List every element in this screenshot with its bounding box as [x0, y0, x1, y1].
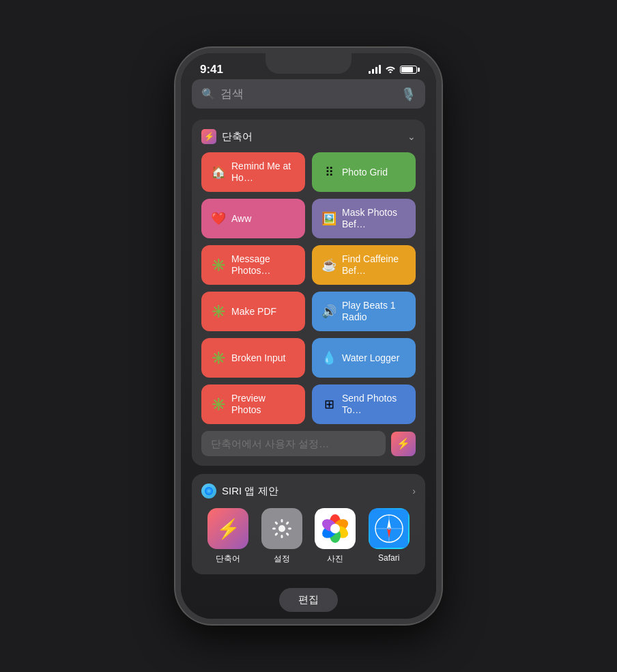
- shortcut-photo-grid[interactable]: ⠿ Photo Grid: [312, 152, 416, 192]
- user-config-row: ⚡: [201, 431, 416, 456]
- shortcut-play-beats[interactable]: 🔊 Play Beats 1 Radio: [312, 292, 416, 331]
- remind-me-label: Remind Me at Ho…: [231, 160, 296, 184]
- siri-settings-icon: [261, 508, 302, 549]
- shortcuts-grid: 🏠 Remind Me at Ho… ⠿ Photo Grid ❤️ Aww 🖼…: [201, 152, 416, 424]
- water-logger-label: Water Logger: [342, 352, 399, 364]
- mic-icon[interactable]: 🎙️: [401, 87, 416, 102]
- shortcut-send-photos[interactable]: ⊞ Send Photos To…: [312, 384, 416, 424]
- status-icons: [369, 64, 417, 75]
- search-placeholder: 검색: [220, 86, 395, 102]
- siri-app-shortcuts[interactable]: ⚡ 단축어: [207, 508, 248, 565]
- svg-rect-4: [288, 528, 291, 530]
- shortcuts-card-header: ⚡ 단축어 ⌄: [201, 129, 416, 144]
- siri-card-header: SIRI 앱 제안 ›: [201, 484, 416, 499]
- screen-content[interactable]: 🔍 검색 🎙️ ⚡ 단축어 ⌄ 🏠 Remind Me a: [181, 79, 436, 613]
- siri-app-settings[interactable]: 설정: [261, 508, 302, 565]
- siri-icon: [201, 484, 216, 499]
- shortcut-mask-photos[interactable]: 🖼️ Mask Photos Bef…: [312, 199, 416, 238]
- siri-shortcuts-label: 단축어: [216, 553, 240, 565]
- shortcut-remind-me[interactable]: 🏠 Remind Me at Ho…: [201, 152, 305, 192]
- status-time: 9:41: [200, 63, 223, 76]
- water-logger-icon: 💧: [321, 350, 336, 365]
- photo-grid-icon: ⠿: [321, 165, 336, 180]
- aww-icon: ❤️: [211, 211, 226, 226]
- make-pdf-label: Make PDF: [231, 306, 276, 318]
- svg-rect-2: [281, 519, 283, 522]
- preview-photos-label: Preview Photos: [231, 393, 296, 416]
- svg-rect-6: [281, 535, 283, 538]
- svg-rect-9: [274, 521, 278, 525]
- siri-card: SIRI 앱 제안 › ⚡ 단축어: [192, 474, 425, 574]
- notch: [266, 53, 351, 74]
- shortcut-message-photos[interactable]: ✳️ Message Photos…: [201, 245, 305, 285]
- make-pdf-icon: ✳️: [211, 304, 226, 319]
- svg-rect-7: [274, 532, 278, 536]
- siri-settings-label: 설정: [274, 553, 290, 565]
- svg-rect-5: [285, 532, 289, 536]
- shortcut-find-caffeine[interactable]: ☕ Find Caffeine Bef…: [312, 245, 416, 285]
- svg-rect-3: [285, 521, 289, 525]
- shortcut-water-logger[interactable]: 💧 Water Logger: [312, 338, 416, 378]
- search-icon: 🔍: [201, 87, 215, 100]
- phone-screen: 9:41: [181, 53, 436, 619]
- signal-bars-icon: [369, 66, 381, 74]
- siri-safari-icon: [369, 508, 410, 549]
- siri-app-safari[interactable]: Safari: [369, 508, 410, 565]
- edit-button[interactable]: 편집: [279, 588, 338, 612]
- broken-input-label: Broken Input: [231, 352, 285, 364]
- message-photos-icon: ✳️: [211, 257, 226, 272]
- broken-input-icon: ✳️: [211, 350, 226, 365]
- remind-me-icon: 🏠: [211, 165, 226, 180]
- siri-shortcuts-icon: ⚡: [207, 508, 248, 549]
- phone-frame: 9:41: [175, 48, 442, 624]
- play-beats-label: Play Beats 1 Radio: [342, 300, 406, 323]
- battery-icon: [400, 66, 417, 74]
- message-photos-label: Message Photos…: [231, 253, 296, 277]
- shortcuts-app-icon: ⚡: [201, 129, 216, 144]
- siri-apps-list: ⚡ 단축어: [201, 508, 416, 565]
- user-config-input[interactable]: [201, 431, 386, 456]
- svg-point-0: [205, 487, 213, 495]
- shortcut-aww[interactable]: ❤️ Aww: [201, 199, 305, 238]
- photo-grid-label: Photo Grid: [342, 167, 388, 178]
- edit-button-wrap: 편집: [192, 588, 425, 612]
- siri-safari-label: Safari: [378, 553, 399, 563]
- mask-photos-icon: 🖼️: [321, 211, 336, 226]
- preview-photos-icon: ✳️: [211, 397, 226, 412]
- siri-app-photos[interactable]: 사진: [315, 508, 356, 565]
- siri-card-title: SIRI 앱 제안: [222, 485, 278, 498]
- shortcut-broken-input[interactable]: ✳️ Broken Input: [201, 338, 305, 378]
- send-photos-icon: ⊞: [321, 397, 336, 412]
- shortcuts-card-title: 단축어: [222, 130, 253, 143]
- siri-chevron-right-icon[interactable]: ›: [412, 486, 416, 496]
- send-photos-label: Send Photos To…: [342, 393, 406, 416]
- siri-photos-label: 사진: [327, 553, 343, 565]
- svg-point-1: [278, 525, 285, 532]
- svg-rect-8: [272, 528, 276, 530]
- shortcuts-app-button[interactable]: ⚡: [391, 432, 416, 456]
- shortcuts-card: ⚡ 단축어 ⌄ 🏠 Remind Me at Ho… ⠿ Photo Grid: [192, 120, 425, 466]
- aww-label: Aww: [231, 213, 251, 225]
- wifi-icon: [385, 64, 396, 75]
- find-caffeine-label: Find Caffeine Bef…: [342, 253, 406, 277]
- mask-photos-label: Mask Photos Bef…: [342, 207, 406, 230]
- find-caffeine-icon: ☕: [321, 257, 336, 272]
- play-beats-icon: 🔊: [321, 304, 336, 319]
- shortcut-preview-photos[interactable]: ✳️ Preview Photos: [201, 384, 305, 424]
- search-bar[interactable]: 🔍 검색 🎙️: [192, 79, 425, 109]
- svg-point-17: [330, 524, 340, 533]
- shortcut-make-pdf[interactable]: ✳️ Make PDF: [201, 292, 305, 331]
- chevron-down-icon[interactable]: ⌄: [407, 131, 416, 142]
- siri-photos-icon: [315, 508, 356, 549]
